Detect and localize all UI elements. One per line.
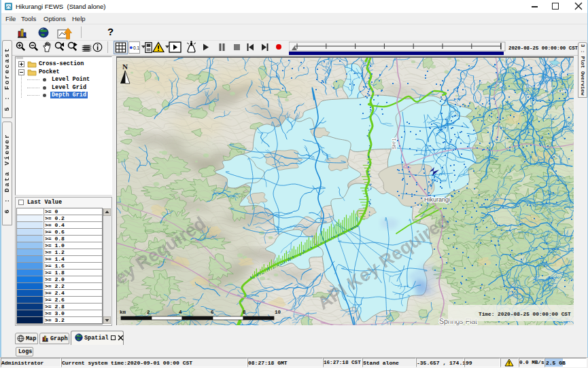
svg-text:km: km bbox=[120, 310, 126, 315]
svg-text:N: N bbox=[122, 62, 128, 71]
svg-text:6: 6 bbox=[211, 310, 214, 315]
svg-text:10: 10 bbox=[275, 310, 281, 315]
svg-text:2: 2 bbox=[147, 310, 150, 315]
svg-text:SH 1: SH 1 bbox=[391, 138, 397, 149]
svg-text:Hikurangi: Hikurangi bbox=[424, 196, 450, 203]
svg-text:Time: 2020-08-25 00:00:00 CST: Time: 2020-08-25 00:00:00 CST bbox=[479, 312, 571, 317]
svg-text:8: 8 bbox=[243, 310, 246, 315]
svg-text:4: 4 bbox=[179, 310, 182, 315]
